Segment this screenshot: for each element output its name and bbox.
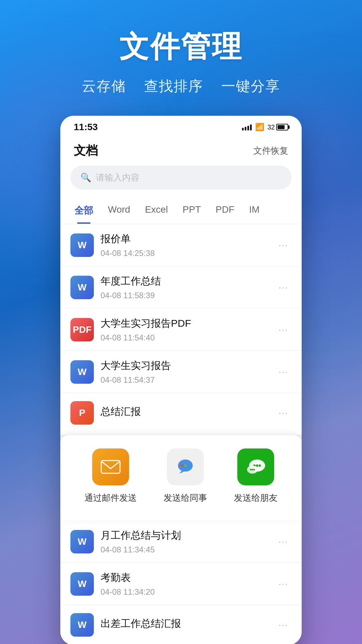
- file-info: 总结汇报: [101, 405, 268, 421]
- list-item[interactable]: W 报价单 04-08 14:25:38 ···: [60, 224, 302, 266]
- subtitle-item-1: 云存储: [82, 78, 126, 94]
- file-date: 04-08 11:34:20: [101, 587, 268, 597]
- file-info: 大学生实习报告PDF 04-08 11:54:40: [101, 317, 268, 342]
- file-name: 出差工作总结汇报: [101, 617, 268, 631]
- file-info: 报价单 04-08 14:25:38: [101, 232, 268, 258]
- signal-icon: [242, 124, 252, 130]
- app-title: 文档: [74, 143, 98, 159]
- file-info: 大学生实习报告 04-08 11:54:37: [101, 359, 268, 385]
- pdf-icon: PDF: [70, 318, 94, 341]
- ppt-icon: P: [70, 401, 94, 425]
- svg-point-11: [252, 469, 253, 471]
- list-item[interactable]: W 考勤表 04-08 11:34:20 ···: [60, 563, 302, 605]
- tab-word[interactable]: Word: [101, 198, 137, 224]
- share-popup: 通过邮件发送 发送给同事: [60, 435, 302, 521]
- colleague-share-icon: [167, 448, 204, 485]
- file-info: 年度工作总结 04-08 11:58:39: [101, 274, 268, 300]
- list-item[interactable]: P 总结汇报 ···: [60, 393, 302, 435]
- email-icon: [101, 459, 121, 475]
- svg-point-7: [256, 465, 258, 467]
- colleague-icon: [175, 456, 196, 478]
- tab-ppt[interactable]: PPT: [175, 198, 208, 224]
- wechat-icon: [244, 457, 267, 477]
- file-info: 月工作总结与计划 04-08 11:34:45: [101, 529, 268, 554]
- list-item[interactable]: W 大学生实习报告 04-08 11:54:37 ···: [60, 351, 302, 393]
- status-icons: 📶 32: [242, 123, 288, 131]
- svg-point-12: [253, 469, 255, 471]
- file-menu-button[interactable]: ···: [275, 321, 292, 338]
- svg-point-10: [250, 469, 252, 471]
- wifi-icon: 📶: [255, 123, 264, 131]
- svg-rect-0: [101, 461, 120, 473]
- search-container: 🔍 请输入内容: [60, 159, 302, 198]
- wechat-share-icon: [237, 448, 274, 485]
- hero-subtitle: 云存储 查找排序 一键分享: [75, 77, 287, 96]
- share-option-email[interactable]: 通过邮件发送: [84, 448, 137, 504]
- svg-point-8: [259, 465, 261, 467]
- svg-point-2: [181, 464, 183, 467]
- tab-bar: 全部 Word Excel PPT PDF IM: [60, 198, 302, 224]
- file-menu-button[interactable]: ···: [275, 533, 292, 550]
- subtitle-item-2: 查找排序: [144, 78, 203, 94]
- file-menu-button[interactable]: ···: [275, 616, 292, 634]
- share-email-label: 通过邮件发送: [84, 492, 137, 504]
- svg-point-4: [187, 464, 190, 467]
- svg-point-3: [184, 464, 187, 467]
- word-icon: W: [70, 276, 94, 299]
- file-name: 总结汇报: [101, 405, 268, 419]
- file-name: 月工作总结与计划: [101, 529, 268, 542]
- word-icon: W: [70, 572, 94, 596]
- file-info: 考勤表 04-08 11:34:20: [101, 571, 268, 597]
- file-menu-button[interactable]: ···: [275, 236, 292, 254]
- status-time: 11:53: [74, 122, 98, 132]
- file-name: 年度工作总结: [101, 274, 268, 288]
- list-item[interactable]: W 年度工作总结 04-08 11:58:39 ···: [60, 266, 302, 309]
- file-name: 报价单: [101, 232, 268, 246]
- file-name: 大学生实习报告: [101, 359, 268, 373]
- file-menu-button[interactable]: ···: [275, 279, 292, 296]
- phone-mockup: 11:53 📶 32 文档 文件恢复 🔍 请输入内容 全部 Word E: [60, 116, 302, 644]
- file-name: 考勤表: [101, 571, 268, 585]
- file-menu-button[interactable]: ···: [275, 575, 292, 593]
- tab-all[interactable]: 全部: [67, 198, 101, 224]
- file-list-top: W 报价单 04-08 14:25:38 ··· W 年度工作总结 04-08 …: [60, 224, 302, 435]
- file-menu-button[interactable]: ···: [275, 363, 292, 381]
- file-name: 大学生实习报告PDF: [101, 317, 268, 330]
- file-list-bottom: W 月工作总结与计划 04-08 11:34:45 ··· W 考勤表 04-0…: [60, 521, 302, 644]
- file-date: 04-08 14:25:38: [101, 249, 268, 258]
- tab-excel[interactable]: Excel: [137, 198, 175, 224]
- word-icon: W: [70, 360, 94, 384]
- email-share-icon: [92, 448, 129, 485]
- file-date: 04-08 11:58:39: [101, 291, 268, 300]
- word-icon: W: [70, 530, 94, 553]
- tab-pdf[interactable]: PDF: [208, 198, 242, 224]
- status-bar: 11:53 📶 32: [60, 116, 302, 136]
- battery-icon: [276, 124, 288, 130]
- page-title: 文件管理: [119, 27, 243, 67]
- list-item[interactable]: PDF 大学生实习报告PDF 04-08 11:54:40 ···: [60, 309, 302, 351]
- file-menu-button[interactable]: ···: [275, 404, 292, 422]
- subtitle-item-3: 一键分享: [221, 78, 280, 94]
- file-date: 04-08 11:54:40: [101, 333, 268, 342]
- battery-level: 32: [267, 123, 275, 131]
- file-date: 04-08 11:34:45: [101, 545, 268, 554]
- share-friend-label: 发送给朋友: [234, 492, 278, 504]
- share-option-friend[interactable]: 发送给朋友: [234, 448, 278, 504]
- list-item[interactable]: W 出差工作总结汇报 ···: [60, 605, 302, 644]
- recovery-link[interactable]: 文件恢复: [253, 145, 288, 157]
- share-option-colleague[interactable]: 发送给同事: [164, 448, 207, 504]
- file-info: 出差工作总结汇报: [101, 617, 268, 633]
- search-bar[interactable]: 🔍 请输入内容: [70, 166, 292, 190]
- search-input[interactable]: 请输入内容: [96, 172, 139, 183]
- app-header: 文档 文件恢复: [60, 136, 302, 159]
- share-colleague-label: 发送给同事: [164, 492, 207, 504]
- search-icon: 🔍: [80, 172, 91, 183]
- word-icon: W: [70, 613, 94, 637]
- word-icon: W: [70, 233, 94, 257]
- tab-im[interactable]: IM: [242, 198, 267, 224]
- battery-indicator: 32: [267, 123, 288, 131]
- list-item[interactable]: W 月工作总结与计划 04-08 11:34:45 ···: [60, 521, 302, 563]
- file-date: 04-08 11:54:37: [101, 375, 268, 385]
